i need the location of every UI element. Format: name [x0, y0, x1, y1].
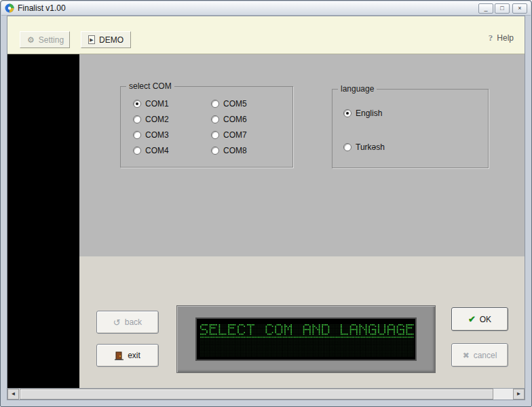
- led-display-frame: [176, 305, 436, 373]
- radio-label: COM3: [145, 130, 169, 140]
- radio-label: COM1: [145, 99, 169, 109]
- close-button[interactable]: ×: [512, 3, 527, 14]
- radio-com6[interactable]: COM6: [211, 111, 292, 127]
- horizontal-scrollbar[interactable]: ◄ ►: [7, 388, 525, 400]
- radio-button[interactable]: [133, 100, 141, 108]
- radio-label: COM4: [145, 146, 169, 155]
- scroll-right-arrow-icon[interactable]: ►: [513, 389, 525, 400]
- radio-com4[interactable]: COM4: [133, 142, 211, 158]
- radio-button[interactable]: [133, 131, 141, 139]
- exit-button[interactable]: exit: [96, 344, 159, 367]
- radio-com8[interactable]: COM8: [211, 142, 292, 158]
- radio-label: COM2: [145, 115, 169, 124]
- radio-button[interactable]: [211, 147, 219, 155]
- scroll-left-arrow-icon[interactable]: ◄: [7, 389, 19, 400]
- maximize-button[interactable]: □: [495, 3, 510, 14]
- led-display: [195, 317, 417, 361]
- radio-button[interactable]: [343, 109, 352, 117]
- back-arrow-icon: ↺: [113, 317, 121, 328]
- radio-button[interactable]: [211, 115, 219, 123]
- radio-com1[interactable]: COM1: [133, 96, 211, 111]
- led-canvas: [198, 320, 414, 358]
- back-button[interactable]: ↺ back: [96, 311, 159, 334]
- select-com-groupbox: select COM COM1 COM2 COM3: [120, 86, 293, 168]
- language-groupbox: language English Turkəsh: [332, 89, 489, 168]
- minimize-button[interactable]: _: [478, 3, 493, 14]
- back-button-label: back: [125, 317, 142, 327]
- help-button[interactable]: ? Help: [489, 33, 514, 43]
- radio-english[interactable]: English: [343, 109, 488, 118]
- radio-label: COM7: [223, 130, 247, 140]
- radio-com3[interactable]: COM3: [133, 127, 211, 142]
- titlebar[interactable]: Finalist v1.00 _ □ ×: [1, 1, 531, 16]
- main-content: select COM COM1 COM2 COM3: [7, 54, 525, 388]
- radio-label: English: [356, 109, 382, 118]
- radio-label: Turkəsh: [356, 142, 385, 152]
- radio-button[interactable]: [133, 147, 141, 155]
- ok-button-label: OK: [480, 315, 491, 324]
- gear-icon: ⚙: [27, 35, 35, 45]
- radio-turkish[interactable]: Turkəsh: [343, 142, 488, 152]
- radio-button[interactable]: [343, 143, 352, 151]
- radio-com5[interactable]: COM5: [211, 96, 292, 111]
- setting-button[interactable]: ⚙ Setting: [20, 31, 70, 48]
- radio-label: COM8: [223, 146, 247, 155]
- language-label: language: [338, 84, 377, 94]
- help-button-label: Help: [497, 33, 514, 43]
- language-options: English Turkəsh: [332, 90, 488, 152]
- scrollbar-thumb[interactable]: [20, 389, 493, 400]
- com-options: COM1 COM2 COM3 COM4: [121, 87, 292, 158]
- window-title: Finalist v1.00: [18, 3, 477, 13]
- cancel-button[interactable]: ✖ cancel: [451, 343, 508, 367]
- left-black-panel: [7, 54, 79, 388]
- toolbar: ⚙ Setting ▶ DEMO ? Help: [7, 16, 525, 54]
- radio-button[interactable]: [211, 131, 219, 139]
- setting-button-label: Setting: [39, 35, 64, 45]
- client-area: ⚙ Setting ▶ DEMO ? Help select COM: [7, 16, 525, 400]
- select-com-label: select COM: [126, 81, 174, 91]
- radio-label: COM6: [223, 115, 247, 124]
- radio-button[interactable]: [211, 100, 219, 108]
- demo-button[interactable]: ▶ DEMO: [81, 31, 131, 48]
- exit-door-icon: [115, 351, 124, 360]
- ok-button[interactable]: ✔ OK: [451, 307, 508, 331]
- exit-button-label: exit: [128, 351, 140, 360]
- radio-com2[interactable]: COM2: [133, 111, 211, 127]
- play-icon: ▶: [88, 35, 95, 44]
- app-window: Finalist v1.00 _ □ × ⚙ Setting ▶ DEMO ? …: [0, 0, 532, 407]
- help-icon: ?: [489, 33, 493, 43]
- radio-button[interactable]: [133, 115, 141, 123]
- radio-com7[interactable]: COM7: [211, 127, 292, 142]
- cancel-button-label: cancel: [474, 351, 497, 360]
- radio-label: COM5: [223, 99, 247, 109]
- x-icon: ✖: [463, 351, 470, 360]
- demo-button-label: DEMO: [99, 35, 124, 45]
- app-icon: [5, 3, 14, 13]
- check-icon: ✔: [468, 314, 476, 324]
